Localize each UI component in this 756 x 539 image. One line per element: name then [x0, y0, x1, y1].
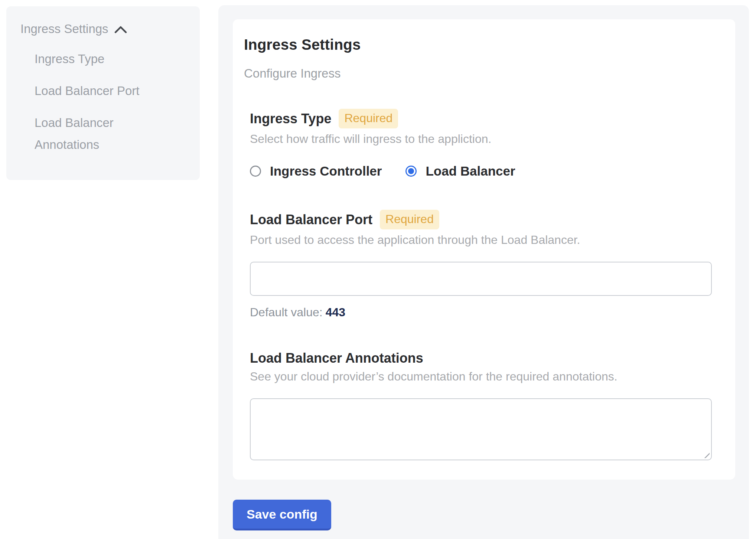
- ingress-type-heading: Ingress Type: [250, 111, 331, 127]
- default-value-line: Default value:443: [250, 306, 712, 319]
- page-title: Ingress Settings: [244, 36, 712, 53]
- sidebar-item-load-balancer-annotations[interactable]: Load Balancer Annotations: [35, 112, 176, 156]
- load-balancer-annotations-heading: Load Balancer Annotations: [250, 350, 423, 366]
- page-subtitle: Configure Ingress: [244, 66, 712, 81]
- radio-circle-icon: [405, 166, 417, 177]
- radio-label: Ingress Controller: [270, 164, 382, 179]
- ingress-settings-card: Ingress Settings Configure Ingress Ingre…: [233, 19, 735, 480]
- sidebar-item-list: Ingress Type Load Balancer Port Load Bal…: [35, 48, 186, 156]
- save-config-button[interactable]: Save config: [233, 500, 331, 530]
- radio-ingress-controller[interactable]: Ingress Controller: [250, 164, 382, 179]
- default-value: 443: [326, 306, 345, 319]
- ingress-type-description: Select how traffic will ingress to the a…: [250, 132, 712, 146]
- load-balancer-port-description: Port used to access the application thro…: [250, 233, 712, 247]
- chevron-up-icon: [114, 26, 127, 34]
- settings-sidebar: Ingress Settings Ingress Type Load Balan…: [6, 6, 200, 180]
- load-balancer-annotations-section: Load Balancer Annotations See your cloud…: [250, 350, 712, 460]
- load-balancer-annotations-textarea[interactable]: [250, 398, 712, 460]
- required-badge: Required: [380, 210, 439, 229]
- main-panel: Ingress Settings Configure Ingress Ingre…: [218, 5, 749, 539]
- radio-label: Load Balancer: [426, 164, 515, 179]
- load-balancer-port-input[interactable]: [250, 262, 712, 296]
- load-balancer-annotations-description: See your cloud provider’s documentation …: [250, 370, 712, 383]
- ingress-type-section: Ingress Type Required Select how traffic…: [250, 109, 712, 179]
- ingress-type-radio-group: Ingress Controller Load Balancer: [250, 164, 712, 179]
- sidebar-item-ingress-type[interactable]: Ingress Type: [35, 48, 176, 70]
- radio-load-balancer[interactable]: Load Balancer: [405, 164, 515, 179]
- sidebar-item-load-balancer-port[interactable]: Load Balancer Port: [35, 80, 176, 102]
- radio-circle-icon: [250, 166, 261, 177]
- required-badge: Required: [339, 109, 398, 128]
- load-balancer-port-heading: Load Balancer Port: [250, 212, 372, 228]
- sidebar-section-toggle[interactable]: Ingress Settings: [20, 22, 186, 36]
- default-value-label: Default value:: [250, 306, 323, 319]
- sidebar-section-label: Ingress Settings: [20, 22, 108, 36]
- load-balancer-port-section: Load Balancer Port Required Port used to…: [250, 210, 712, 319]
